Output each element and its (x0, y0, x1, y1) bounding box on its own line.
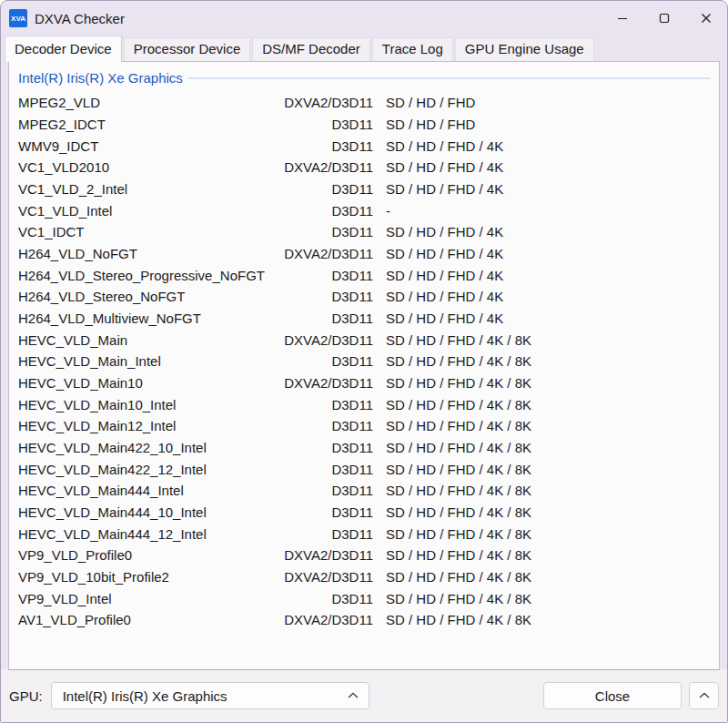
decoder-resolutions: SD / HD / FHD / 4K / 8K (373, 591, 710, 606)
decoder-name: H264_VLD_Multiview_NoFGT (18, 311, 282, 326)
minimize-button[interactable] (602, 1, 643, 36)
gpu-select-value: Intel(R) Iris(R) Xe Graphics (63, 688, 347, 704)
decoder-api: DXVA2/D3D11 (282, 547, 373, 563)
decoder-resolutions: SD / HD / FHD / 4K / 8K (373, 612, 710, 627)
decoder-resolutions: SD / HD / FHD / 4K / 8K (373, 526, 710, 542)
tab-label: DS/MF Decoder (262, 41, 360, 56)
decoder-name: AV1_VLD_Profile0 (18, 612, 282, 627)
decoder-row[interactable]: HEVC_VLD_Main10_Intel D3D11 SD / HD / FH… (18, 393, 710, 415)
tab-processor-device[interactable]: Processor Device (124, 37, 251, 61)
close-window-button[interactable] (685, 1, 727, 36)
decoder-name: VP9_VLD_10bit_Profile2 (18, 569, 282, 585)
chevron-up-icon (347, 691, 359, 700)
decoder-resolutions: SD / HD / FHD / 4K / 8K (373, 440, 710, 455)
decoder-row[interactable]: VC1_VLD2010 DXVA2/D3D11 SD / HD / FHD / … (18, 157, 710, 178)
app-icon: XVA (9, 9, 27, 27)
decoder-api: D3D11 (282, 397, 373, 412)
decoder-api: D3D11 (282, 268, 373, 283)
tab-decoder-device[interactable]: Decoder Device (5, 36, 122, 62)
decoder-row[interactable]: HEVC_VLD_Main12_Intel D3D11 SD / HD / FH… (18, 415, 710, 437)
decoder-name: HEVC_VLD_Main12_Intel (18, 418, 282, 433)
tab-label: Trace Log (382, 41, 443, 56)
decoder-api: DXVA2/D3D11 (282, 159, 373, 175)
groupbox-rule (188, 77, 710, 79)
decoder-row[interactable]: HEVC_VLD_Main444_10_Intel D3D11 SD / HD … (18, 502, 710, 524)
tab-label: GPU Engine Usage (465, 41, 584, 56)
decoder-resolutions: SD / HD / FHD / 4K (373, 246, 710, 261)
decoder-api: D3D11 (282, 224, 373, 239)
decoder-resolutions: SD / HD / FHD / 4K / 8K (373, 418, 710, 433)
decoder-name: HEVC_VLD_Main422_10_Intel (18, 440, 282, 455)
app-window: XVA DXVA Checker De (0, 0, 728, 723)
decoder-api: D3D11 (282, 138, 373, 154)
decoder-resolutions: SD / HD / FHD / 4K (373, 289, 710, 304)
decoder-resolutions: SD / HD / FHD / 4K (373, 181, 710, 197)
decoder-api: DXVA2/D3D11 (282, 95, 373, 110)
decoder-row[interactable]: H264_VLD_NoFGT DXVA2/D3D11 SD / HD / FHD… (18, 243, 710, 265)
decoder-resolutions: SD / HD / FHD / 4K / 8K (373, 353, 710, 369)
decoder-api: D3D11 (282, 440, 373, 455)
gpu-select[interactable]: Intel(R) Iris(R) Xe Graphics (51, 682, 369, 709)
decoder-api: D3D11 (282, 504, 373, 520)
decoder-row[interactable]: VP9_VLD_10bit_Profile2 DXVA2/D3D11 SD / … (18, 566, 710, 588)
decoder-row[interactable]: HEVC_VLD_Main444_Intel D3D11 SD / HD / F… (18, 480, 710, 502)
gpu-label: GPU: (9, 688, 43, 704)
tab-dsmf-decoder[interactable]: DS/MF Decoder (252, 37, 370, 61)
decoder-name: MPEG2_IDCT (18, 117, 282, 132)
decoder-row[interactable]: HEVC_VLD_Main DXVA2/D3D11 SD / HD / FHD … (18, 329, 710, 351)
title-bar[interactable]: XVA DXVA Checker (1, 1, 727, 36)
decoder-row[interactable]: HEVC_VLD_Main_Intel D3D11 SD / HD / FHD … (18, 351, 710, 372)
decoder-api: D3D11 (282, 418, 373, 433)
decoder-row[interactable]: VC1_VLD_2_Intel D3D11 SD / HD / FHD / 4K (18, 178, 710, 200)
decoder-name: VC1_VLD_2_Intel (18, 181, 282, 197)
decoder-row[interactable]: H264_VLD_Stereo_NoFGT D3D11 SD / HD / FH… (18, 286, 710, 308)
decoder-api: DXVA2/D3D11 (282, 569, 373, 585)
decoder-name: VP9_VLD_Profile0 (18, 547, 282, 563)
tab-trace-log[interactable]: Trace Log (372, 37, 453, 61)
decoder-name: VP9_VLD_Intel (18, 591, 282, 606)
decoder-api: DXVA2/D3D11 (282, 612, 373, 627)
decoder-resolutions: SD / HD / FHD / 4K / 8K (373, 332, 710, 348)
decoder-row[interactable]: MPEG2_IDCT D3D11 SD / HD / FHD (18, 114, 710, 136)
decoder-row[interactable]: VC1_VLD_Intel D3D11 - (18, 199, 710, 221)
decoder-resolutions: SD / HD / FHD / 4K / 8K (373, 397, 710, 412)
decoder-row[interactable]: VP9_VLD_Profile0 DXVA2/D3D11 SD / HD / F… (18, 545, 710, 566)
close-dialog-button[interactable]: Close (543, 682, 682, 709)
decoder-name: H264_VLD_Stereo_Progressive_NoFGT (18, 268, 282, 283)
maximize-button[interactable] (643, 1, 685, 36)
decoder-resolutions: - (373, 203, 710, 219)
decoder-row[interactable]: WMV9_IDCT D3D11 SD / HD / FHD / 4K (18, 135, 710, 157)
decoder-api: D3D11 (282, 591, 373, 606)
decoder-name: VC1_VLD_Intel (18, 203, 282, 219)
decoder-row[interactable]: HEVC_VLD_Main422_10_Intel D3D11 SD / HD … (18, 437, 710, 459)
decoder-name: HEVC_VLD_Main10_Intel (18, 397, 282, 412)
decoder-row[interactable]: HEVC_VLD_Main422_12_Intel D3D11 SD / HD … (18, 458, 710, 480)
decoder-row[interactable]: HEVC_VLD_Main444_12_Intel D3D11 SD / HD … (18, 523, 710, 545)
decoder-api: D3D11 (282, 203, 373, 219)
gpu-groupbox-header: Intel(R) Iris(R) Xe Graphics (9, 62, 719, 87)
decoder-name: HEVC_VLD_Main_Intel (18, 353, 282, 369)
decoder-resolutions: SD / HD / FHD (373, 95, 710, 110)
tab-strip: Decoder Device Processor Device DS/MF De… (1, 36, 727, 61)
chevron-up-icon (698, 691, 711, 700)
decoder-row[interactable]: H264_VLD_Multiview_NoFGT D3D11 SD / HD /… (18, 308, 710, 330)
decoder-row[interactable]: HEVC_VLD_Main10 DXVA2/D3D11 SD / HD / FH… (18, 372, 710, 394)
minimize-icon (616, 12, 629, 25)
maximize-icon (658, 12, 671, 25)
tab-gpu-engine-usage[interactable]: GPU Engine Usage (455, 37, 594, 61)
decoder-resolutions: SD / HD / FHD / 4K / 8K (373, 547, 710, 563)
decoder-row[interactable]: H264_VLD_Stereo_Progressive_NoFGT D3D11 … (18, 264, 710, 286)
decoder-name: HEVC_VLD_Main444_Intel (18, 483, 282, 498)
decoder-name: HEVC_VLD_Main444_12_Intel (18, 526, 282, 542)
decoder-row[interactable]: VC1_IDCT D3D11 SD / HD / FHD / 4K (18, 221, 710, 243)
decoder-row[interactable]: AV1_VLD_Profile0 DXVA2/D3D11 SD / HD / F… (18, 609, 710, 631)
expand-button[interactable] (689, 682, 719, 709)
decoder-resolutions: SD / HD / FHD / 4K / 8K (373, 569, 710, 585)
decoder-name: H264_VLD_NoFGT (18, 246, 282, 261)
decoder-resolutions: SD / HD / FHD / 4K (373, 224, 710, 239)
decoder-api: DXVA2/D3D11 (282, 332, 373, 348)
decoder-row[interactable]: VP9_VLD_Intel D3D11 SD / HD / FHD / 4K /… (18, 587, 710, 609)
decoder-row[interactable]: MPEG2_VLD DXVA2/D3D11 SD / HD / FHD (18, 92, 710, 114)
decoder-name: MPEG2_VLD (18, 95, 282, 110)
close-icon (700, 12, 713, 25)
